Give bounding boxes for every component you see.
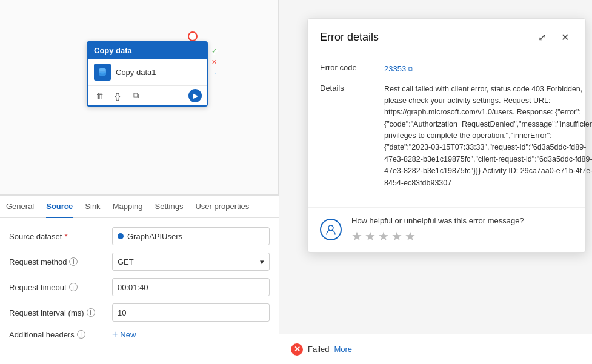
node-actions: 🗑 {} ⧉ ▶: [88, 85, 207, 105]
additional-headers-row: Additional headers i + New: [9, 329, 270, 340]
status-arrow-icon: →: [209, 68, 219, 78]
feedback-question: How helpful or unhelpful was this error …: [351, 216, 524, 225]
request-method-row: Request method i GET ▾: [9, 253, 270, 271]
tab-user-properties[interactable]: User properties: [195, 196, 249, 218]
tab-settings[interactable]: Settings: [155, 196, 184, 218]
svg-point-1: [328, 225, 333, 230]
external-link-icon: ⧉: [408, 64, 413, 74]
error-indicator: [188, 31, 198, 41]
tab-source[interactable]: Source: [46, 196, 73, 218]
error-code-row: Error code 23353 ⧉: [320, 63, 573, 75]
add-plus-icon: +: [112, 329, 118, 340]
feedback-content: How helpful or unhelpful was this error …: [351, 216, 524, 243]
source-dataset-row: Source dataset * GraphAPIUsers: [9, 227, 270, 245]
request-method-select[interactable]: GET ▾: [112, 253, 270, 271]
header-icons: ⤢ ✕: [533, 28, 573, 45]
node-body: Copy data1: [88, 59, 207, 85]
canvas-area: Copy data ⤢ Copy data1 🗑 {} ⧉ ▶ ✓ ✕: [0, 0, 279, 364]
request-interval-input[interactable]: 10: [112, 303, 270, 322]
node-data-icon: [94, 64, 111, 81]
request-method-info-icon[interactable]: i: [69, 257, 78, 266]
failed-bar: ✕ Failed More: [279, 334, 592, 364]
error-panel-title: Error details: [320, 31, 379, 44]
chevron-down-icon: ▾: [260, 257, 264, 266]
request-timeout-label: Request timeout i: [9, 283, 106, 292]
request-timeout-row: Request timeout i 00:01:40: [9, 278, 270, 296]
error-code-link[interactable]: 23353 ⧉: [384, 63, 573, 75]
node-header: Copy data ⤢: [88, 42, 207, 59]
tab-general[interactable]: General: [6, 196, 34, 218]
details-key: Details: [320, 84, 374, 189]
error-panel: Error details ⤢ ✕ Error code 23353 ⧉ Det…: [307, 18, 586, 253]
star-2[interactable]: ★: [365, 229, 376, 243]
stars-row: ★ ★ ★ ★ ★: [351, 229, 524, 243]
request-timeout-info-icon[interactable]: i: [69, 283, 78, 291]
error-code-value: 23353 ⧉: [384, 63, 573, 75]
additional-headers-label: Additional headers i: [9, 330, 106, 339]
request-timeout-input[interactable]: 00:01:40: [112, 278, 270, 296]
error-code-key: Error code: [320, 63, 374, 75]
status-check-icon: ✓: [209, 46, 219, 56]
tab-sink[interactable]: Sink: [85, 196, 100, 218]
star-5[interactable]: ★: [405, 229, 416, 243]
expand-button[interactable]: ⤢: [533, 28, 550, 45]
feedback-avatar: [320, 219, 342, 240]
star-4[interactable]: ★: [391, 229, 402, 243]
delete-button[interactable]: 🗑: [93, 89, 106, 102]
code-button[interactable]: {}: [111, 89, 124, 102]
more-link[interactable]: More: [334, 345, 352, 354]
required-star: *: [64, 232, 67, 241]
node-title: Copy data: [94, 46, 132, 55]
bottom-panel: General Source Sink Mapping Settings Use…: [0, 194, 279, 364]
pipeline-node[interactable]: Copy data ⤢ Copy data1 🗑 {} ⧉ ▶ ✓ ✕: [87, 41, 208, 107]
star-1[interactable]: ★: [351, 229, 362, 243]
details-row: Details Rest call failed with client err…: [320, 84, 573, 189]
add-new-button[interactable]: + New: [112, 329, 136, 340]
run-button[interactable]: ▶: [188, 89, 202, 102]
node-activity-name: Copy data1: [116, 68, 156, 77]
star-3[interactable]: ★: [378, 229, 389, 243]
failed-icon: ✕: [291, 343, 303, 356]
source-dataset-input[interactable]: GraphAPIUsers: [112, 227, 270, 245]
failed-label: Failed: [308, 345, 329, 354]
copy-button[interactable]: ⧉: [129, 89, 142, 102]
details-value: Rest call failed with client error, stat…: [384, 84, 592, 189]
feedback-section: How helpful or unhelpful was this error …: [308, 207, 585, 252]
request-method-label: Request method i: [9, 257, 106, 266]
request-interval-row: Request interval (ms) i 10: [9, 303, 270, 322]
tab-mapping[interactable]: Mapping: [113, 196, 143, 218]
dataset-dot: [118, 233, 124, 239]
close-button[interactable]: ✕: [556, 28, 573, 45]
error-panel-header: Error details ⤢ ✕: [308, 19, 585, 53]
additional-headers-info-icon[interactable]: i: [77, 330, 85, 339]
request-interval-info-icon[interactable]: i: [87, 308, 95, 317]
status-error-icon: ✕: [209, 57, 219, 67]
error-panel-body: Error code 23353 ⧉ Details Rest call fai…: [308, 53, 585, 207]
request-interval-label: Request interval (ms) i: [9, 308, 106, 317]
form-area: Source dataset * GraphAPIUsers Request m…: [0, 218, 279, 356]
source-dataset-label: Source dataset *: [9, 232, 106, 241]
tabs-header: General Source Sink Mapping Settings Use…: [0, 196, 279, 218]
